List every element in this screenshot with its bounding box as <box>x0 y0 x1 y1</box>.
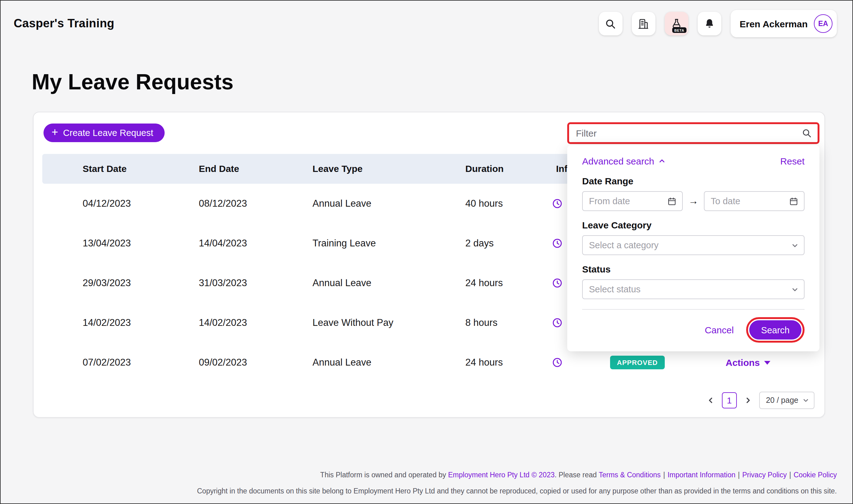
cell-start-date: 13/04/2023 <box>83 223 131 263</box>
advanced-search-panel: Advanced search Reset Date Range From da… <box>567 145 819 351</box>
column-leave-type: Leave Type <box>313 154 363 184</box>
cell-duration: 2 days <box>465 223 493 263</box>
organisation-button[interactable] <box>631 12 655 35</box>
chevron-up-icon <box>659 157 665 164</box>
beta-badge: BETA <box>673 27 686 33</box>
status-placeholder: Select status <box>589 284 791 294</box>
actions-menu[interactable]: Actions <box>726 357 770 368</box>
footer-separator: | <box>738 471 740 479</box>
avatar: EA <box>814 14 833 33</box>
cell-end-date: 09/02/2023 <box>199 343 247 382</box>
cell-leave-type: Annual Leave <box>313 184 371 223</box>
to-date-input[interactable]: To date <box>704 191 804 211</box>
column-duration: Duration <box>465 154 504 184</box>
global-search-button[interactable] <box>598 12 622 35</box>
advanced-search-label: Advanced search <box>582 156 654 166</box>
footer-separator: | <box>789 471 791 479</box>
create-leave-request-label: Create Leave Request <box>63 128 153 138</box>
cell-leave-type: Annual Leave <box>313 263 371 303</box>
avatar-initials: EA <box>818 20 828 27</box>
cell-duration: 40 hours <box>465 184 503 223</box>
terms-and-conditions-link[interactable]: Terms & Conditions <box>598 471 660 479</box>
bell-icon <box>703 18 715 29</box>
search-icon <box>605 18 616 30</box>
status-label: Status <box>582 263 804 275</box>
info-clock-icon[interactable] <box>552 198 563 209</box>
important-information-link[interactable]: Important Information <box>667 471 735 479</box>
previous-page-button[interactable] <box>705 393 716 408</box>
advanced-search-submit-button[interactable]: Search <box>749 320 801 340</box>
pagination: 1 20 / page <box>705 392 815 409</box>
chevron-down-icon <box>791 242 798 249</box>
search-icon <box>801 128 812 139</box>
advanced-search-header: Advanced search Reset <box>582 155 804 167</box>
calendar-icon <box>789 196 798 206</box>
date-range-label: Date Range <box>582 175 804 187</box>
cell-start-date: 04/12/2023 <box>83 184 131 223</box>
chevron-right-icon <box>744 397 752 404</box>
from-date-placeholder: From date <box>589 196 667 206</box>
chevron-down-icon <box>791 286 798 293</box>
user-menu[interactable]: Eren Ackerman EA <box>730 10 837 37</box>
column-start-date: Start Date <box>83 154 127 184</box>
company-link[interactable]: Employment Hero Pty Ltd © 2023 <box>448 471 555 479</box>
header-actions: BETA Eren Ackerman EA <box>598 10 837 37</box>
info-clock-icon[interactable] <box>552 277 563 289</box>
footer-text: . Please read <box>555 471 599 479</box>
notifications-button[interactable] <box>697 12 721 35</box>
filter-input[interactable] <box>576 128 801 139</box>
date-range-row: From date → To date <box>582 191 804 211</box>
footer: This Platform is owned and operated by E… <box>197 470 837 495</box>
calendar-icon <box>667 196 677 206</box>
cell-duration: 8 hours <box>465 303 497 343</box>
panel-actions: Cancel Search <box>582 317 804 343</box>
to-date-placeholder: To date <box>711 196 789 206</box>
page-title: My Leave Requests <box>32 70 233 94</box>
current-page[interactable]: 1 <box>722 392 737 409</box>
cookie-policy-link[interactable]: Cookie Policy <box>794 471 837 479</box>
from-date-input[interactable]: From date <box>582 191 683 211</box>
privacy-policy-link[interactable]: Privacy Policy <box>743 471 787 479</box>
leave-category-select[interactable]: Select a category <box>582 235 804 255</box>
app-header: Casper's Training BETA <box>1 1 852 47</box>
beta-features-button[interactable]: BETA <box>664 12 688 35</box>
search-button-highlight: Search <box>746 317 804 343</box>
cell-leave-type: Annual Leave <box>313 343 371 382</box>
leave-category-label: Leave Category <box>582 219 804 231</box>
create-leave-request-button[interactable]: + Create Leave Request <box>43 124 164 142</box>
cell-duration: 24 hours <box>465 263 503 303</box>
app-title: Casper's Training <box>14 17 114 31</box>
info-clock-icon[interactable] <box>552 238 563 249</box>
page-size-select[interactable]: 20 / page <box>759 392 815 409</box>
cell-leave-type: Leave Without Pay <box>313 303 393 343</box>
filter-field <box>567 122 819 144</box>
divider <box>582 309 804 310</box>
cell-start-date: 07/02/2023 <box>83 343 131 382</box>
status-badge: APPROVED <box>610 356 665 369</box>
cell-start-date: 29/03/2023 <box>83 263 131 303</box>
footer-separator: | <box>663 471 665 479</box>
footer-line-1: This Platform is owned and operated by E… <box>197 470 837 479</box>
info-clock-icon[interactable] <box>552 317 563 328</box>
cell-leave-type: Training Leave <box>313 223 376 263</box>
cell-end-date: 31/03/2023 <box>199 263 247 303</box>
status-select[interactable]: Select status <box>582 279 804 299</box>
arrow-right-icon: → <box>689 196 698 206</box>
advanced-search-toggle[interactable]: Advanced search <box>582 156 665 166</box>
screen: Casper's Training BETA <box>0 0 853 504</box>
reset-link[interactable]: Reset <box>780 156 804 166</box>
cell-end-date: 14/02/2023 <box>199 303 247 343</box>
column-end-date: End Date <box>199 154 239 184</box>
plus-icon: + <box>52 127 58 138</box>
info-clock-icon[interactable] <box>552 357 563 368</box>
leave-category-placeholder: Select a category <box>589 240 791 250</box>
cell-start-date: 14/02/2023 <box>83 303 131 343</box>
leave-requests-card: + Create Leave Request Start Date End Da… <box>33 112 825 418</box>
cancel-button[interactable]: Cancel <box>705 325 734 335</box>
next-page-button[interactable] <box>743 393 754 408</box>
page-size-value: 20 / page <box>766 396 798 405</box>
cell-end-date: 08/12/2023 <box>199 184 247 223</box>
building-icon <box>638 18 649 30</box>
footer-text: This Platform is owned and operated by <box>320 471 448 479</box>
chevron-down-icon <box>803 397 809 403</box>
